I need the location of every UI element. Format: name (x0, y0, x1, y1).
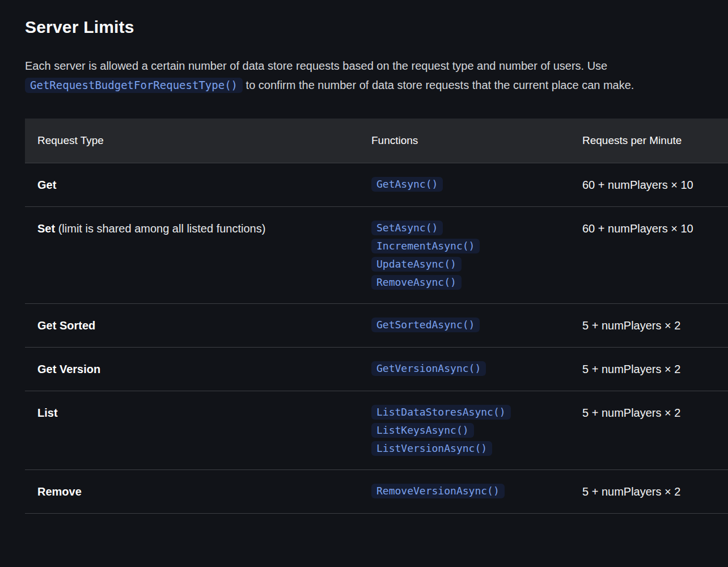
functions-cell: RemoveVersionAsync() (359, 469, 570, 513)
functions-list: ListDataStoresAsync()ListKeysAsync()List… (371, 405, 557, 456)
page-title: Server Limits (25, 17, 728, 37)
function-link[interactable]: IncrementAsync() (371, 239, 480, 253)
functions-cell: SetAsync()IncrementAsync()UpdateAsync()R… (359, 206, 570, 303)
col-header-functions: Functions (359, 119, 570, 163)
functions-list: GetVersionAsync() (371, 361, 557, 376)
function-link[interactable]: ListKeysAsync() (371, 423, 474, 438)
request-type-cell: Get Sorted (25, 303, 359, 347)
rate-value: 5 + numPlayers × 2 (570, 469, 728, 513)
request-type-cell: Set (limit is shared among all listed fu… (25, 206, 359, 303)
request-type-label: Get Sorted (37, 319, 95, 332)
docs-page: Server Limits Each server is allowed a c… (0, 0, 728, 514)
server-limits-table: Request Type Functions Requests per Minu… (25, 119, 728, 514)
function-link[interactable]: RemoveAsync() (371, 275, 462, 290)
table-row: Set (limit is shared among all listed fu… (25, 206, 728, 303)
function-link[interactable]: GetVersionAsync() (371, 361, 486, 376)
function-link[interactable]: RemoveVersionAsync() (371, 484, 505, 498)
rate-value: 5 + numPlayers × 2 (570, 303, 728, 347)
request-type-note: (limit is shared among all listed functi… (55, 222, 265, 235)
request-type-cell: List (25, 391, 359, 469)
intro-paragraph: Each server is allowed a certain number … (25, 56, 703, 95)
table-row: Get Version GetVersionAsync() 5 + numPla… (25, 347, 728, 391)
request-type-label: Set (37, 222, 55, 235)
col-header-request-type: Request Type (25, 119, 359, 163)
request-type-cell: Get Version (25, 347, 359, 391)
table-row: Get Sorted GetSortedAsync() 5 + numPlaye… (25, 303, 728, 347)
request-type-label: Remove (37, 485, 82, 498)
rate-value: 60 + numPlayers × 10 (570, 163, 728, 206)
request-type-label: Get Version (37, 363, 100, 375)
rate-value: 5 + numPlayers × 2 (570, 391, 728, 469)
request-type-cell: Remove (25, 469, 359, 513)
function-link[interactable]: GetAsync() (371, 177, 443, 192)
table-row: List ListDataStoresAsync()ListKeysAsync(… (25, 391, 728, 469)
intro-text-after: to confirm the number of data store requ… (243, 79, 634, 91)
inline-code-link[interactable]: GetRequestBudgetForRequestType() (25, 78, 243, 93)
functions-list: RemoveVersionAsync() (371, 484, 557, 498)
table-row: Remove RemoveVersionAsync() 5 + numPlaye… (25, 469, 728, 513)
col-header-requests-per-minute: Requests per Minute (570, 119, 728, 163)
function-link[interactable]: GetSortedAsync() (371, 318, 480, 332)
request-type-label: List (37, 407, 58, 419)
intro-text-before: Each server is allowed a certain number … (25, 60, 607, 72)
table-header-row: Request Type Functions Requests per Minu… (25, 119, 728, 163)
functions-list: SetAsync()IncrementAsync()UpdateAsync()R… (371, 221, 557, 290)
table-body: Get GetAsync() 60 + numPlayers × 10 Set … (25, 163, 728, 513)
functions-list: GetSortedAsync() (371, 318, 557, 332)
rate-value: 60 + numPlayers × 10 (570, 206, 728, 303)
request-type-cell: Get (25, 163, 359, 206)
table-row: Get GetAsync() 60 + numPlayers × 10 (25, 163, 728, 206)
rate-value: 5 + numPlayers × 2 (570, 347, 728, 391)
function-link[interactable]: ListDataStoresAsync() (371, 405, 511, 420)
functions-cell: GetAsync() (359, 163, 570, 206)
functions-list: GetAsync() (371, 177, 557, 192)
request-type-label: Get (37, 179, 56, 191)
function-link[interactable]: SetAsync() (371, 221, 443, 235)
functions-cell: GetSortedAsync() (359, 303, 570, 347)
function-link[interactable]: ListVersionAsync() (371, 441, 492, 456)
function-link[interactable]: UpdateAsync() (371, 257, 462, 272)
functions-cell: GetVersionAsync() (359, 347, 570, 391)
functions-cell: ListDataStoresAsync()ListKeysAsync()List… (359, 391, 570, 469)
